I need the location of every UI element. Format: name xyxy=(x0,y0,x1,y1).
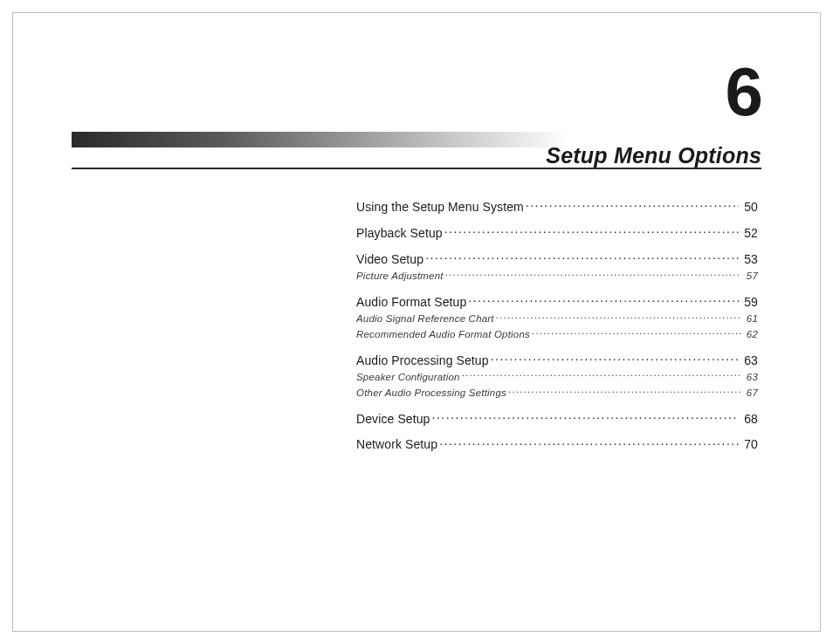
toc-page: 57 xyxy=(743,270,758,284)
table-of-contents: Using the Setup Menu System 50 Playback … xyxy=(356,199,758,462)
toc-leader xyxy=(444,225,740,237)
toc-page: 61 xyxy=(743,312,758,326)
toc-label: Speaker Configuration xyxy=(356,371,460,385)
toc-subentry: Speaker Configuration 63 xyxy=(356,371,758,385)
toc-page: 52 xyxy=(740,225,758,242)
toc-label: Picture Adjustment xyxy=(356,270,444,284)
toc-subentry: Other Audio Processing Settings 67 xyxy=(356,387,758,401)
toc-leader xyxy=(526,199,739,211)
toc-entry: Using the Setup Menu System 50 xyxy=(356,199,758,216)
toc-entry: Audio Format Setup 59 xyxy=(356,294,758,311)
toc-entry: Playback Setup 52 xyxy=(356,225,758,242)
toc-page: 53 xyxy=(740,251,758,268)
header-rule xyxy=(72,168,761,169)
toc-entry: Device Setup 68 xyxy=(356,411,758,428)
toc-page: 63 xyxy=(740,353,758,369)
toc-entry: Network Setup 70 xyxy=(356,436,758,453)
toc-page: 62 xyxy=(743,328,758,342)
toc-page: 67 xyxy=(743,387,758,401)
toc-label: Using the Setup Menu System xyxy=(356,199,524,216)
toc-label: Other Audio Processing Settings xyxy=(356,387,506,401)
toc-label: Audio Processing Setup xyxy=(356,353,489,369)
toc-leader xyxy=(468,294,739,306)
toc-page: 50 xyxy=(740,199,758,216)
toc-label: Audio Signal Reference Chart xyxy=(356,312,494,326)
toc-label: Video Setup xyxy=(356,251,423,268)
toc-leader xyxy=(462,371,741,381)
toc-page: 70 xyxy=(740,436,758,453)
toc-subentry: Audio Signal Reference Chart 61 xyxy=(356,312,758,326)
toc-leader xyxy=(445,270,741,280)
toc-subentry: Picture Adjustment 57 xyxy=(356,270,758,284)
toc-label: Audio Format Setup xyxy=(356,294,466,311)
toc-page: 59 xyxy=(740,294,758,311)
toc-entry: Audio Processing Setup 63 xyxy=(356,353,758,369)
toc-leader xyxy=(532,328,741,339)
toc-leader xyxy=(508,387,741,397)
document-page: 6 Setup Menu Options Using the Setup Men… xyxy=(0,0,833,644)
toc-label: Device Setup xyxy=(356,411,430,428)
toc-page: 68 xyxy=(740,411,758,428)
toc-leader xyxy=(491,353,740,365)
toc-leader xyxy=(425,251,739,264)
toc-leader xyxy=(439,436,739,449)
toc-leader xyxy=(496,312,741,323)
toc-leader xyxy=(431,411,739,423)
chapter-number: 6 xyxy=(726,52,761,132)
toc-label: Recommended Audio Format Options xyxy=(356,328,530,342)
toc-page: 63 xyxy=(743,371,758,385)
toc-label: Network Setup xyxy=(356,436,437,453)
toc-subentry: Recommended Audio Format Options 62 xyxy=(356,328,758,342)
section-title: Setup Menu Options xyxy=(546,143,761,168)
toc-entry: Video Setup 53 xyxy=(356,251,758,268)
toc-label: Playback Setup xyxy=(356,225,443,242)
